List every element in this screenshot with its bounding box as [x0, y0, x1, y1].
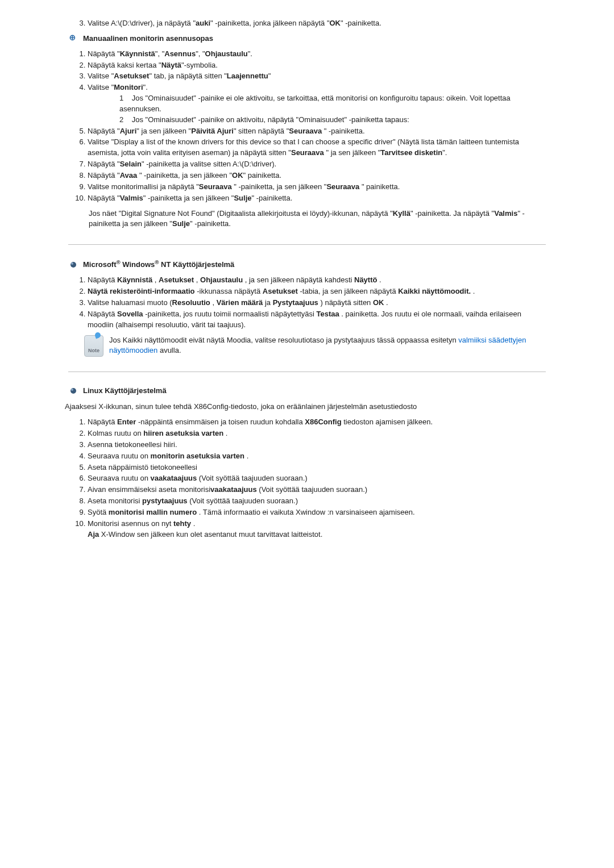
- note-text: Jos Kaikki näyttömoodit eivät näytä Mood…: [109, 335, 546, 357]
- list-item: Näpäytä "Avaa " -painiketta, ja sen jälk…: [88, 170, 546, 181]
- sphere-icon: [68, 260, 78, 270]
- magnifier-icon: [68, 34, 78, 44]
- manual-steps: Näpäytä "Käynnistä", "Asennus", "Ohjaust…: [68, 49, 546, 204]
- svg-rect-2: [72, 36, 73, 39]
- list-item: Näpäytä "Valmis" -painiketta ja sen jälk…: [88, 193, 546, 204]
- list-item: Kolmas ruutu on hiiren asetuksia varten …: [88, 428, 546, 439]
- list-item: Valitse "Display a list of the known dri…: [88, 137, 546, 158]
- list-item: Aseta monitorisi pystytaajuus (Voit syöt…: [88, 496, 546, 507]
- t: avulla.: [157, 346, 181, 354]
- post-paragraph: Jos näet "Digital Signature Not Found" (…: [89, 208, 546, 230]
- list-item: Aseta näppäimistö tietokoneellesi: [88, 462, 546, 473]
- svg-point-3: [70, 262, 76, 268]
- note-label: Note: [88, 347, 99, 354]
- svg-point-6: [71, 389, 73, 391]
- list-item: Monitorisi asennus on nyt tehty . Aja X-…: [88, 519, 546, 540]
- divider: [68, 372, 546, 372]
- note-block: Note Jos Kaikki näyttömoodit eivät näytä…: [84, 335, 546, 357]
- section-title-text: Microsoft® Windows® NT Käyttöjärjestelmä: [83, 258, 234, 270]
- section-heading-nt: Microsoft® Windows® NT Käyttöjärjestelmä: [68, 258, 546, 270]
- step-text: Valitse A:\(D:\driver), ja näpäytä "auki…: [88, 19, 381, 27]
- list-item: Näpäytä "Selain" -painiketta ja valitse …: [88, 159, 546, 170]
- pre-steps: Valitse A:\(D:\driver), ja näpäytä "auki…: [68, 18, 546, 29]
- section-title-text: Manuaalinen monitorin asennusopas: [83, 34, 213, 44]
- svg-point-5: [70, 388, 76, 394]
- nt-steps: Näpäytä Käynnistä , Asetukset , Ohjausta…: [68, 275, 546, 330]
- list-item: Näpäytä kaksi kertaa "Näytä"-symbolia.: [88, 60, 546, 71]
- section-heading-linux: Linux Käyttöjärjestelmä: [68, 386, 546, 397]
- list-item: Valitse monitorimallisi ja näpäytä "Seur…: [88, 182, 546, 193]
- substep: 1 Jos "Ominaisuudet" -painike ei ole akt…: [119, 93, 546, 115]
- list-item: Valitse "Monitori". 1 Jos "Ominaisuudet"…: [88, 82, 546, 125]
- substep: 2 Jos "Ominaisuudet" -painike on aktivoi…: [119, 115, 546, 126]
- t: NT Käyttöjärjestelmä: [159, 261, 234, 269]
- t: Microsoft: [83, 261, 117, 269]
- section-heading-manual: Manuaalinen monitorin asennusopas: [68, 34, 546, 44]
- divider: [68, 244, 546, 245]
- section-title-text: Linux Käyttöjärjestelmä: [83, 386, 167, 397]
- list-item: Aivan ensimmäiseksi aseta monitorisivaak…: [88, 485, 546, 495]
- list-item: Valitse haluamasi muoto (Resoluutio , Vä…: [88, 298, 546, 308]
- list-item: Asenna tietokoneellesi hiiri.: [88, 440, 546, 450]
- linux-intro: Ajaaksesi X-ikkunan, sinun tulee tehdä X…: [65, 402, 546, 412]
- pin-icon: [94, 331, 102, 339]
- sphere-icon: [68, 386, 78, 396]
- t: Windows: [121, 261, 155, 269]
- list-item: Valitse "Asetukset" tab, ja näpäytä sitt…: [88, 71, 546, 82]
- substep-text: Jos "Ominaisuudet" -painike on aktivoitu…: [132, 115, 409, 124]
- note-icon: Note: [84, 335, 103, 357]
- list-item: Näpäytä Sovella -painiketta, jos ruutu t…: [88, 309, 546, 331]
- list-item: Näpäytä "Ajuri" ja sen jälkeen "Päivitä …: [88, 126, 546, 137]
- linux-steps: Näpäytä Enter -näppäintä ensimmäisen ja …: [68, 417, 546, 540]
- list-item: Näytä rekisteröinti-informaatio -ikkunas…: [88, 286, 546, 297]
- list-item: Näpäytä "Käynnistä", "Asennus", "Ohjaust…: [88, 49, 546, 60]
- list-item: Näpäytä Käynnistä , Asetukset , Ohjausta…: [88, 275, 546, 286]
- list-item: Näpäytä Enter -näppäintä ensimmäisen ja …: [88, 417, 546, 428]
- substep-text: Jos "Ominaisuudet" -painike ei ole aktiv…: [119, 94, 511, 113]
- svg-point-4: [71, 262, 73, 265]
- t: Jos Kaikki näyttömoodit eivät näytä Mood…: [109, 336, 458, 344]
- list-item: Seuraava ruutu on monitorin asetuksia va…: [88, 451, 546, 462]
- list-item: Valitse A:\(D:\driver), ja näpäytä "auki…: [88, 18, 546, 29]
- list-item: Seuraava ruutu on vaakataajuus (Voit syö…: [88, 473, 546, 484]
- list-item: Syötä monitorisi mallin numero . Tämä in…: [88, 507, 546, 518]
- reg-symbol: ®: [117, 259, 121, 265]
